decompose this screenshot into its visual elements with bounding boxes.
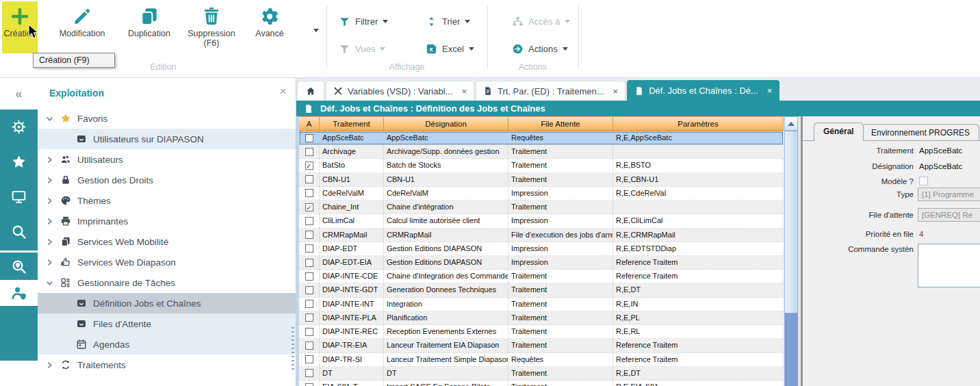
table-row-CRMRapMail[interactable]: CRMRapMailCRMRapMailFile d'execution des…	[299, 229, 784, 242]
checkbox-unchecked[interactable]	[305, 175, 313, 183]
table-row-DIAP-INTE-GDT[interactable]: DIAP-INTE-GDTGeneration Donnees Techniqu…	[299, 283, 784, 297]
tab-document-2[interactable]: Trt. Par. (ED) : Traitemen...×	[476, 81, 626, 101]
checkbox-unchecked[interactable]	[305, 217, 313, 225]
chevron-right-icon[interactable]	[45, 155, 54, 164]
checkbox-unchecked[interactable]	[305, 300, 313, 308]
checkbox-checked[interactable]: ✓	[305, 203, 313, 211]
suppression-button[interactable]: Suppression (F6)	[182, 1, 241, 53]
rail-item-favorites[interactable]	[0, 144, 38, 179]
filtrer-button[interactable]: Filtrer	[339, 12, 388, 30]
table-row-AppSceBatc[interactable]: AppSceBatcAppSceBatcRequêtesR,E,AppSceBa…	[299, 131, 784, 145]
checkbox-unchecked[interactable]	[305, 231, 313, 239]
table-row-CdeRelValM[interactable]: CdeRelValMCdeRelValMImpressionR,E,CdeRel…	[299, 187, 784, 201]
checkbox-unchecked[interactable]	[305, 286, 313, 294]
collapse-sidebar-button[interactable]: «	[0, 78, 38, 110]
tree-item-utilisateurs[interactable]: Utilisateurs	[38, 149, 296, 170]
rail-item-search[interactable]	[0, 214, 38, 249]
tree-item-imprimantes[interactable]: Imprimantes	[38, 211, 296, 231]
tab-environnement[interactable]: Environnement PROGRES	[862, 124, 979, 140]
table-row-DIAP-INTE-INT[interactable]: DIAP-INTE-INTIntegrationTraitementR,E,IN	[299, 298, 784, 311]
tab-document-3[interactable]: Déf. Jobs et Chaînes : Dé...×	[627, 80, 779, 101]
table-row-DIAP-INTE-CDE[interactable]: DIAP-INTE-CDEChaine d'Integration des Co…	[299, 270, 784, 283]
chevron-right-icon[interactable]	[45, 237, 54, 246]
tab-document-1[interactable]: Variables (VSD) : Variabl...×	[326, 81, 474, 101]
table-row-DIAP-EDT[interactable]: DIAP-EDTGestion Editions DIAPASONImpress…	[299, 242, 784, 256]
tree-item-utilisateurs-sur-diapason[interactable]: Utilisateurs sur DIAPASON	[38, 129, 296, 149]
table-row-DIAP-INTE-PLA[interactable]: DIAP-INTE-PLAPlanificationTraitementR,E,…	[299, 311, 784, 325]
table-row-DIAP-TR-SI[interactable]: DIAP-TR-SILanceur Traitement Simple Diap…	[299, 353, 784, 367]
file-attente-input[interactable]: [GENREQ] Re	[918, 208, 980, 222]
checkbox-unchecked[interactable]	[305, 148, 313, 156]
tree-item-services-web-diapason[interactable]: Services Web Diapason	[38, 252, 296, 272]
tree-item-th-mes[interactable]: Thèmes	[38, 190, 296, 211]
tree-item-files-d-attente[interactable]: Files d'Attente	[38, 313, 296, 334]
acces-a-button[interactable]: Accès à	[512, 12, 570, 30]
close-tab-icon[interactable]: ×	[613, 86, 619, 96]
vertical-scrollbar[interactable]	[784, 116, 798, 386]
checkbox-unchecked[interactable]	[305, 313, 313, 322]
chevron-down-icon[interactable]	[45, 279, 54, 287]
table-row-DIAP-TR-EIA[interactable]: DIAP-TR-EIALanceur Traitement EIA Diapas…	[299, 339, 784, 352]
actions-caret-icon[interactable]	[563, 47, 568, 51]
tree-item-agendas[interactable]: Agendas	[38, 334, 296, 355]
commande-textarea[interactable]	[918, 244, 980, 287]
scrollbar-thumb[interactable]	[784, 131, 798, 313]
rail-item-monitor[interactable]	[0, 179, 38, 214]
table-row-Archivage[interactable]: ArchivageArchivage/Supp. données gestion…	[299, 145, 784, 159]
avance-button[interactable]: Avancé	[248, 1, 292, 53]
checkbox-unchecked[interactable]	[305, 134, 313, 142]
chevron-right-icon[interactable]	[45, 196, 54, 205]
chevron-right-icon[interactable]	[45, 176, 54, 185]
table-row-DIAP-INTE-REC[interactable]: DIAP-INTE-RECReception Evenements Extern…	[299, 325, 784, 339]
chevron-down-icon[interactable]	[45, 114, 54, 123]
excel-caret-icon[interactable]	[469, 47, 474, 51]
checkbox-unchecked[interactable]	[305, 355, 313, 363]
checkbox-unchecked[interactable]	[305, 272, 313, 281]
table-row-DIAP-EDT-EIA[interactable]: DIAP-EDT-EIAGestion Editions DIAPASONImp…	[299, 256, 784, 270]
duplication-button[interactable]: Duplication	[120, 1, 178, 53]
tree-item-gestion-des-droits[interactable]: Gestion des Droits	[38, 170, 296, 190]
column-header-param-tres[interactable]: Paramètres	[613, 116, 784, 131]
filtrer-caret-icon[interactable]	[383, 20, 388, 23]
checkbox-checked[interactable]: ✓	[305, 162, 313, 170]
table-row-DT[interactable]: DTDTTraitementR,E,DT	[299, 367, 784, 381]
table-row-Chaine_Int[interactable]: ✓Chaine_IntChaine d'intégrationTraitemen…	[299, 201, 784, 214]
checkbox-unchecked[interactable]	[305, 383, 313, 386]
checkbox-unchecked[interactable]	[305, 189, 313, 197]
tree-item-d-finition-jobs-et-cha-nes[interactable]: Définition Jobs et Chaînes	[38, 293, 296, 313]
scroll-up-button[interactable]	[784, 116, 798, 131]
tree-item-gestionnaire-de-t-ches[interactable]: Gestionnaire de Tâches	[38, 272, 296, 293]
chevron-right-icon[interactable]	[45, 361, 54, 370]
trier-caret-icon[interactable]	[465, 20, 470, 23]
close-tab-icon[interactable]: ×	[767, 86, 773, 96]
tab-home[interactable]	[297, 81, 324, 101]
chevron-right-icon[interactable]	[45, 217, 54, 226]
chevron-right-icon[interactable]	[45, 258, 54, 267]
tab-general[interactable]: Général	[814, 123, 864, 141]
table-row-EIA-S01-T[interactable]: EIA-S01-TImport SAGE En Espace PiloteTra…	[299, 381, 784, 386]
table-row-CliLimCal[interactable]: CliLimCalCalcul limite autorisée clientI…	[299, 214, 784, 228]
trier-button[interactable]: Trier	[426, 12, 470, 30]
tree-item-traitements[interactable]: Traitements	[38, 355, 296, 375]
column-header-traitement[interactable]: Traitement	[320, 116, 384, 131]
column-header-a[interactable]: A	[299, 116, 320, 131]
vues-button[interactable]: Vues	[339, 40, 385, 57]
close-tab-icon[interactable]: ×	[461, 86, 467, 96]
column-header-file-attente[interactable]: File Attente	[508, 116, 613, 131]
avance-caret-icon[interactable]	[313, 29, 319, 32]
type-input[interactable]: [1] Programme	[918, 188, 980, 201]
modele-checkbox[interactable]	[919, 177, 928, 185]
tree-item-services-web-mobilit-[interactable]: Services Web Mobilité	[38, 231, 296, 252]
tree-item-favoris[interactable]: Favoris	[38, 108, 296, 129]
checkbox-unchecked[interactable]	[305, 244, 313, 253]
checkbox-unchecked[interactable]	[305, 328, 313, 336]
rail-item-wheel[interactable]	[0, 110, 38, 144]
excel-button[interactable]: x Excel	[426, 40, 474, 57]
table-row-CBN-U1[interactable]: CBN-U1CBN-U1TraitementR,E,CBN-U1	[299, 173, 784, 187]
rail-item-search-pin[interactable]	[0, 253, 38, 280]
close-icon[interactable]: ×	[280, 86, 286, 98]
column-header-d-signation[interactable]: Désignation	[384, 116, 508, 131]
modification-button[interactable]: Modification	[49, 1, 115, 53]
checkbox-unchecked[interactable]	[305, 259, 313, 267]
rail-item-users-active[interactable]	[0, 280, 38, 306]
